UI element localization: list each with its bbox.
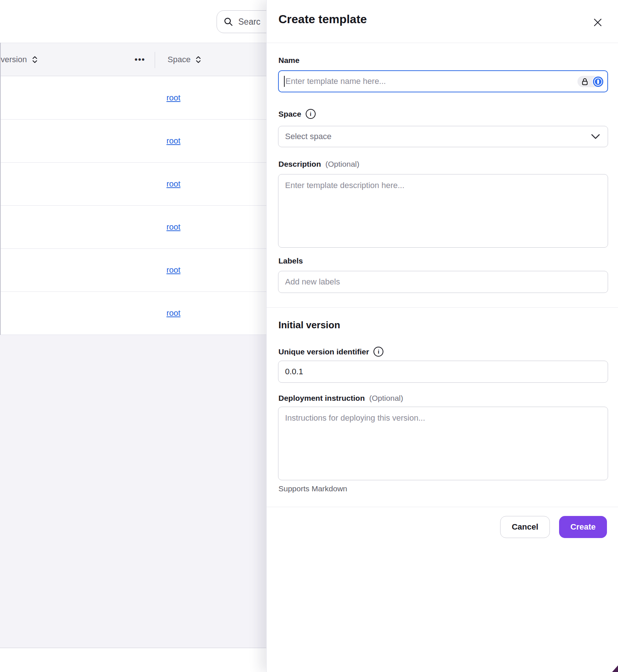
space-link[interactable]: root	[166, 265, 180, 275]
markdown-note: Supports Markdown	[278, 484, 347, 493]
sort-icon[interactable]	[196, 56, 201, 64]
table-row: root	[0, 163, 266, 206]
column-header-version[interactable]: version	[1, 43, 38, 76]
description-textarea[interactable]	[278, 174, 608, 248]
table-row: root	[0, 206, 266, 249]
table-row: root	[0, 120, 266, 163]
table-row: root	[0, 292, 266, 335]
column-menu-icon[interactable]: •••	[132, 43, 148, 76]
chevron-down-icon	[591, 134, 600, 139]
name-input[interactable]	[278, 70, 608, 92]
bottom-bar	[0, 648, 266, 672]
corner-triangle	[612, 665, 618, 672]
info-icon[interactable]: i	[306, 109, 316, 119]
initial-version-heading: Initial version	[278, 319, 340, 331]
section-divider	[267, 307, 618, 308]
search-icon	[224, 17, 233, 26]
footer-divider	[267, 507, 618, 507]
space-label-text: Space	[278, 110, 301, 119]
close-icon	[593, 18, 603, 27]
space-label: Space i	[278, 109, 316, 119]
text-caret	[284, 76, 285, 87]
column-header-version-label: version	[1, 55, 27, 64]
deployment-optional-text: (Optional)	[369, 394, 403, 403]
space-select[interactable]: Select space	[278, 126, 608, 147]
onepassword-icon	[592, 76, 604, 87]
labels-input[interactable]	[278, 271, 608, 293]
page-background	[0, 335, 266, 648]
space-link[interactable]: root	[166, 308, 180, 318]
create-button[interactable]: Create	[559, 516, 607, 538]
name-label: Name	[278, 56, 299, 65]
space-link[interactable]: root	[166, 222, 180, 232]
labels-label: Labels	[278, 257, 303, 265]
column-header-space-label: Space	[168, 55, 190, 64]
screen: version ••• Space root root root root ro…	[0, 0, 618, 672]
deployment-instruction-label: Deployment instruction (Optional)	[278, 394, 403, 403]
onepassword-pill[interactable]	[577, 76, 604, 87]
name-field-wrap	[278, 70, 608, 92]
table-row: root	[0, 77, 266, 120]
lock-icon	[581, 78, 589, 86]
deployment-instruction-textarea[interactable]	[278, 407, 608, 480]
create-template-drawer: Create template Name	[266, 0, 618, 672]
cancel-button[interactable]: Cancel	[500, 516, 550, 538]
table-row: root	[0, 249, 266, 292]
version-identifier-input[interactable]	[278, 361, 608, 383]
header-divider	[267, 43, 618, 43]
name-label-text: Name	[278, 56, 299, 65]
sort-icon[interactable]	[32, 56, 38, 64]
description-optional-text: (Optional)	[326, 160, 359, 169]
space-link[interactable]: root	[166, 179, 180, 189]
space-link[interactable]: root	[166, 136, 180, 146]
version-identifier-label: Unique version identifier i	[278, 347, 383, 357]
column-header-space[interactable]: Space	[168, 43, 201, 76]
footer-buttons: Cancel Create	[500, 516, 607, 538]
description-label-text: Description	[278, 160, 321, 169]
deployment-label-text: Deployment instruction	[278, 394, 365, 403]
version-identifier-label-text: Unique version identifier	[278, 347, 369, 356]
table-header: version ••• Space	[0, 43, 266, 76]
labels-label-text: Labels	[278, 257, 303, 265]
description-label: Description (Optional)	[278, 160, 359, 169]
space-select-value: Select space	[285, 132, 331, 141]
header-divider	[155, 52, 155, 68]
table-body: root root root root root root	[0, 77, 266, 335]
space-link[interactable]: root	[166, 93, 180, 103]
info-icon[interactable]: i	[373, 347, 383, 357]
close-button[interactable]	[592, 17, 603, 28]
drawer-title: Create template	[278, 13, 367, 26]
table-left-border	[0, 43, 1, 335]
